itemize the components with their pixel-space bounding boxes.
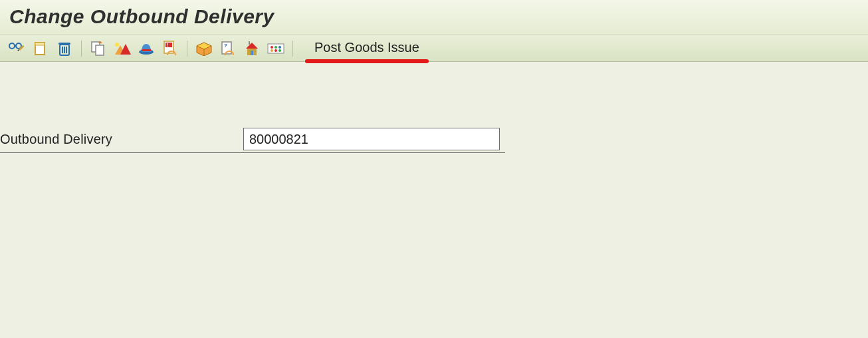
svg-rect-29 (251, 51, 253, 55)
services-icon[interactable] (243, 40, 261, 57)
svg-rect-18 (142, 49, 151, 51)
svg-text:?: ? (224, 43, 227, 49)
svg-point-37 (278, 49, 281, 52)
toolbar: ! ? (0, 35, 868, 62)
toolbar-separator (187, 41, 187, 57)
copy-icon[interactable] (90, 40, 107, 57)
svg-point-33 (274, 46, 277, 49)
svg-point-35 (271, 49, 273, 52)
svg-point-36 (274, 49, 277, 52)
svg-point-16 (115, 43, 119, 47)
svg-point-0 (9, 43, 15, 49)
overview-icon[interactable] (267, 40, 284, 57)
incompletion-icon[interactable]: ! (162, 40, 179, 57)
content-area: Outbound Delivery (0, 62, 868, 153)
svg-point-34 (278, 46, 281, 49)
svg-point-32 (271, 46, 273, 49)
delete-icon[interactable] (56, 40, 73, 57)
toolbar-separator (81, 41, 82, 57)
svg-rect-6 (35, 43, 45, 45)
svg-marker-27 (246, 43, 258, 49)
outbound-delivery-label: Outbound Delivery (0, 132, 243, 147)
toolbar-separator (292, 41, 293, 57)
svg-rect-13 (96, 45, 104, 55)
batch-split-icon[interactable]: ? (219, 40, 237, 57)
svg-rect-30 (249, 41, 250, 45)
post-goods-issue-button[interactable]: Post Goods Issue (310, 40, 423, 57)
highlight-underline (305, 59, 429, 63)
title-bar: Change Outbound Delivery (0, 0, 868, 35)
outbound-delivery-row: Outbound Delivery (0, 126, 505, 153)
svg-text:!: ! (167, 43, 168, 47)
header-details-icon[interactable] (114, 40, 131, 57)
outbound-delivery-input[interactable] (243, 128, 500, 150)
page-title: Change Outbound Delivery (9, 5, 859, 28)
display-change-icon[interactable] (8, 40, 25, 57)
document-other-icon[interactable] (32, 40, 49, 57)
svg-rect-8 (58, 43, 70, 45)
packing-icon[interactable] (138, 40, 155, 57)
split-icon[interactable] (195, 40, 213, 57)
